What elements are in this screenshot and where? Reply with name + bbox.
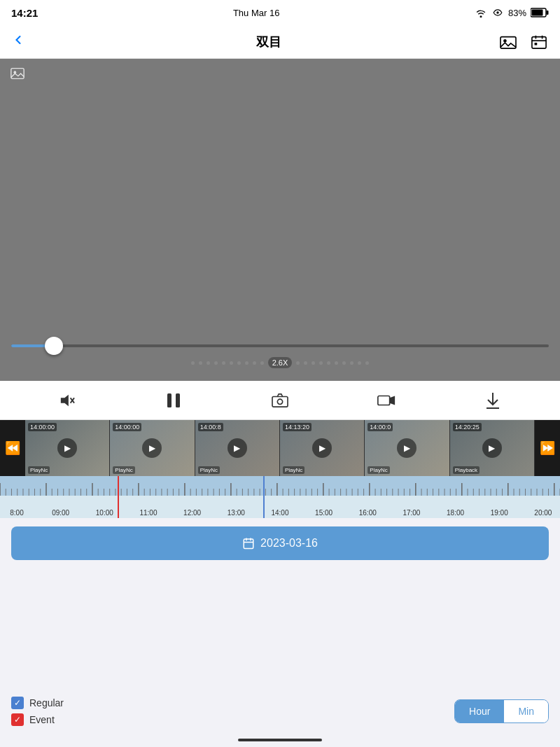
thumbnail-corner-icon (10, 66, 25, 84)
svg-point-19 (277, 399, 282, 404)
zoom-dot (253, 361, 256, 365)
zoom-dot (237, 361, 241, 365)
bottom-area: ✓ Regular ✓ Event Hour Min (0, 697, 560, 726)
volume-mute-button[interactable] (50, 386, 84, 414)
zoom-dot (312, 361, 315, 365)
zoom-dot (245, 361, 248, 365)
svg-point-0 (496, 11, 499, 14)
download-button[interactable] (476, 386, 510, 414)
hour-button[interactable]: Hour (455, 700, 504, 722)
back-button[interactable] (11, 33, 39, 51)
zoom-dot (365, 361, 369, 365)
zoom-dot (327, 361, 330, 365)
timeline-label: 18:00 (442, 509, 470, 517)
timeline-labels: 8:0009:0010:0011:0012:0013:0014:0015:001… (0, 509, 560, 517)
slider-thumb[interactable] (45, 337, 63, 355)
thumb-nav-prev[interactable]: ⏪ (0, 420, 25, 476)
zoom-dot (199, 361, 202, 365)
zoom-dot (206, 361, 210, 365)
battery-icon (531, 8, 549, 18)
video-player: 2.6X (0, 59, 560, 381)
thumb-label: PlayNc (113, 466, 134, 474)
thumb-play-button[interactable]: ▶ (312, 438, 332, 458)
zoom-dot (304, 361, 307, 365)
zoom-dot (260, 361, 264, 365)
svg-rect-17 (176, 393, 180, 407)
thumb-play-button[interactable]: ▶ (227, 438, 247, 458)
zoom-dot (191, 361, 195, 365)
thumb-time: 14:13:20 (283, 423, 312, 431)
timeline-label: 19:00 (485, 509, 513, 517)
svg-marker-21 (390, 396, 395, 405)
gallery-button[interactable] (498, 32, 518, 52)
svg-marker-13 (61, 394, 69, 406)
svg-rect-6 (532, 36, 546, 48)
svg-rect-2 (546, 11, 548, 15)
status-date: Thu Mar 16 (233, 8, 279, 18)
svg-rect-11 (11, 69, 24, 79)
status-bar: 14:21 Thu Mar 16 83% (0, 0, 560, 25)
zoom-dot (342, 361, 346, 365)
record-button[interactable] (370, 386, 403, 414)
zoom-dot (335, 361, 338, 365)
timeline-label: 09:00 (47, 509, 75, 517)
svg-rect-122 (244, 539, 253, 549)
controls-bar (0, 381, 560, 420)
svg-rect-10 (535, 42, 538, 45)
thumbnail-strip: ⏪ 14:00:00▶PlayNc14:00:00▶PlayNc14:00:8▶… (0, 420, 560, 476)
timeline-label: 17:00 (398, 509, 426, 517)
screenshot-button[interactable] (263, 386, 297, 414)
min-button[interactable]: Min (504, 700, 548, 722)
thumb-time: 14:00:00 (113, 423, 141, 431)
event-label: Event (29, 714, 55, 725)
pause-button[interactable] (157, 386, 190, 414)
timeline-label: 10:00 (90, 509, 118, 517)
svg-rect-4 (500, 36, 516, 48)
thumbnail-item[interactable]: 14:00:0▶PlayNc (365, 420, 449, 476)
thumbnail-item[interactable]: 14:00:8▶PlayNc (195, 420, 280, 476)
timeline-label: 12:00 (178, 509, 206, 517)
nav-bar: 双目 (0, 25, 560, 59)
playback-slider-row (0, 344, 560, 347)
spacer (0, 568, 560, 645)
thumb-nav-next[interactable]: ⏩ (535, 420, 560, 476)
zoom-label: 2.6X (268, 357, 293, 368)
timeline-container[interactable]: // ticks rendered by JS below 8:0009:001… (0, 476, 560, 518)
zoom-dot (296, 361, 300, 365)
event-checkbox[interactable]: ✓ (11, 713, 24, 726)
calendar-button[interactable] (529, 32, 549, 52)
thumb-play-button[interactable]: ▶ (57, 438, 77, 458)
date-label: 2023-03-16 (260, 537, 318, 550)
thumb-play-button[interactable]: ▶ (482, 438, 502, 458)
thumb-label: PlayNc (28, 466, 50, 474)
date-picker-button[interactable]: 2023-03-16 (11, 526, 549, 560)
thumbnail-item[interactable]: 14:00:00▶PlayNc (25, 420, 110, 476)
regular-label: Regular (29, 697, 64, 708)
thumbnail-item[interactable]: 14:00:00▶PlayNc (110, 420, 195, 476)
thumbnail-item[interactable]: 14:20:25▶Playback (450, 420, 535, 476)
home-indicator (238, 739, 322, 741)
svg-rect-3 (531, 10, 542, 16)
calendar-icon (242, 537, 255, 550)
regular-checkbox[interactable]: ✓ (11, 697, 24, 709)
timeline-label: 16:00 (354, 509, 382, 517)
zoom-dot (214, 361, 218, 365)
timeline-label: 8:00 (3, 509, 31, 517)
playback-track[interactable] (11, 344, 549, 347)
nav-title: 双目 (256, 34, 281, 50)
timeline-label: 20:00 (529, 509, 557, 517)
time-toggle-group: Hour Min (454, 699, 549, 723)
thumb-time: 14:20:25 (453, 423, 482, 431)
thumb-label: PlayNc (283, 466, 304, 474)
thumb-time: 14:00:0 (368, 423, 393, 431)
status-info: 83% (475, 8, 549, 18)
timeline-label: 11:00 (134, 509, 162, 517)
signal-icon (491, 8, 504, 18)
thumbnail-item[interactable]: 14:13:20▶PlayNc (280, 420, 365, 476)
thumb-label: PlayNc (198, 466, 220, 474)
thumb-label: PlayNc (368, 466, 389, 474)
zoom-dot (358, 361, 361, 365)
zoom-dot (350, 361, 354, 365)
status-time: 14:21 (11, 7, 38, 19)
zoom-dot (222, 361, 225, 365)
